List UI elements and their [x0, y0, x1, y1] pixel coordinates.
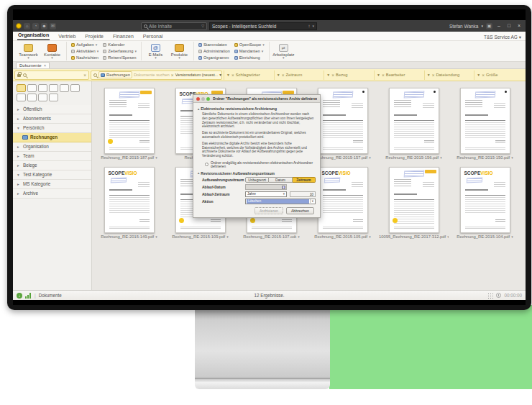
grid-view-icon[interactable] [487, 293, 493, 299]
option-datum[interactable]: Datum [269, 177, 292, 183]
clear-search-icon[interactable]: × [83, 73, 86, 78]
filter-funnel-icon[interactable]: ▽ [201, 24, 204, 28]
document-name[interactable]: Rechnung_RE-2015-105.pdf▾ [314, 235, 370, 239]
close-tab-icon[interactable]: × [44, 63, 47, 69]
abbrechen-button[interactable]: Abbrechen [286, 207, 314, 214]
tree-item-ms-kategorie[interactable]: ▸MS Kategorie [13, 180, 91, 189]
mail-icon[interactable]: ✉ [50, 23, 56, 29]
folder-icon[interactable] [49, 94, 58, 101]
document-thumbnail[interactable]: SCOPEVISIO [104, 167, 155, 233]
section-aufbewahrungszeitraum[interactable]: ▴ Revisionssicherer Aufbewahrungszeitrau… [198, 171, 316, 176]
new-folder-icon[interactable] [17, 84, 26, 92]
openscope-button[interactable]: OpenScope▾ [234, 42, 265, 47]
caret-down-icon[interactable]: ▾ [511, 235, 513, 239]
caret-down-icon[interactable]: ▾ [298, 235, 300, 239]
document-name[interactable]: Rechnung_RE-2015-109.pdf▾ [172, 235, 228, 239]
user-menu[interactable]: Stefan Wanka [449, 24, 479, 29]
caret-down-icon[interactable]: ▾ [312, 24, 314, 28]
document-thumbnail[interactable]: SCOPEVISIO [318, 167, 368, 233]
caret-down-icon[interactable]: ▾ [369, 155, 371, 160]
global-search-input[interactable]: Alle Inhalte ▽ [141, 22, 207, 30]
clock-icon[interactable]: ◔ [32, 23, 39, 29]
document-thumbnail[interactable] [460, 88, 510, 154]
document-thumbnail[interactable] [389, 88, 439, 154]
dialog-minimize-icon[interactable] [201, 97, 205, 101]
window-menu-icon[interactable]: ▣ [486, 23, 492, 29]
quick-search-input[interactable]: × [14, 70, 89, 80]
tab-personal[interactable]: Personal [142, 33, 164, 40]
caret-down-icon[interactable]: ▾ [369, 235, 371, 239]
caret-down-icon[interactable]: ▾ [226, 235, 229, 239]
filter-bearbeiter[interactable]: ▼×Bearbeiter [374, 70, 424, 80]
tab-vertrieb[interactable]: Vertrieb [58, 33, 76, 40]
caret-down-icon[interactable]: ▾ [310, 199, 315, 203]
kontakte-button[interactable]: Kontakte▾ [40, 42, 64, 60]
document-name[interactable]: Rechnung_RE-2015-157.pdf▾ [314, 155, 370, 160]
scopevisio-logo-icon[interactable] [16, 23, 22, 29]
clear-sort-icon[interactable]: × [171, 73, 174, 78]
clear-filter-icon[interactable]: × [432, 73, 435, 78]
filter-zeitraum[interactable]: ▼×Zeitraum [274, 70, 324, 80]
folder-filter-chip[interactable]: Rechnungen [98, 71, 132, 78]
upload-icon[interactable] [38, 84, 47, 92]
period-unit-select[interactable]: Jahre▾ [245, 191, 287, 197]
reisen-spesen-button[interactable]: Reisen/Spesen [103, 55, 137, 60]
organigramm-button[interactable]: Organigramm [198, 55, 230, 60]
refresh-icon[interactable] [27, 84, 37, 92]
clear-filter-icon[interactable]: × [482, 73, 485, 78]
document-item[interactable]: SCOPEVISIO Rechnung_RE-2015-104.pdf▾ [449, 167, 520, 246]
checkbox[interactable] [205, 163, 208, 166]
sort-selector[interactable]: × Versionsdatum (neuest... ▾ [171, 73, 221, 78]
maximize-button[interactable]: □ [505, 22, 513, 29]
option-zeitraum[interactable]: Zeitraum [293, 177, 316, 183]
document-name[interactable]: Rechnung_RE-2015-107.odt▾ [243, 235, 299, 239]
stammdaten-button[interactable]: Stammdaten [198, 42, 230, 47]
document-thumbnail[interactable] [104, 88, 155, 154]
document-name[interactable]: Rechnung_RE-2015-150.pdf▾ [457, 155, 513, 160]
tree-item-belege[interactable]: ▸Belege [13, 161, 91, 170]
einrichtung-button[interactable]: Einrichtung [234, 55, 265, 60]
zeiterfassung-button[interactable]: Zeiterfassung▾ [103, 48, 137, 54]
document-name[interactable]: Rechnung_RE-2015-149.pdf▾ [101, 235, 157, 239]
updown-icon[interactable]: ↕ [308, 24, 310, 28]
confirm-checkbox-row[interactable]: Ordner endgültig als revisionssicheren e… [205, 161, 316, 168]
clear-filter-icon[interactable]: × [331, 73, 334, 78]
company-selector[interactable]: T&S Service AG ▾ [484, 35, 521, 40]
folder-icon[interactable] [38, 94, 47, 101]
tree-item-rechnungen[interactable]: Rechnungen [13, 133, 91, 142]
produkte-button[interactable]: Produkte▾ [168, 42, 191, 60]
filter-schlagwoerter[interactable]: ▼×Schlagwörter [224, 70, 274, 80]
tab-projekte[interactable]: Projekte [84, 33, 104, 40]
close-button[interactable]: × [515, 22, 523, 29]
action-select[interactable]: Löschen ▾ [245, 199, 316, 204]
user-menu-caret-icon[interactable]: ▾ [481, 24, 483, 28]
document-name[interactable]: 10095_Rechnung_RE-2017-312.pdf▾ [379, 235, 449, 239]
tree-item-persoenlich[interactable]: ▾Persönlich [13, 124, 91, 133]
section-archivierung[interactable]: ▴ Elektronische revisionssichere Archivi… [198, 106, 316, 111]
clear-filter-icon[interactable]: × [282, 73, 285, 78]
download-icon[interactable] [49, 84, 58, 92]
clear-filter-icon[interactable]: × [231, 73, 234, 78]
smart-search-field[interactable]: Scopes - Intelligentes Suchfeld ↕ ▾ [209, 22, 317, 30]
document-thumbnail[interactable] [389, 167, 439, 233]
tab-organisation[interactable]: Organisation [17, 32, 50, 40]
clear-filter-icon[interactable]: × [382, 73, 385, 78]
tree-item-team[interactable]: ▸Team [13, 152, 91, 161]
folder-icon[interactable] [27, 94, 37, 101]
download-status-icon[interactable]: ↓ [17, 293, 22, 299]
tree-item-abonnements[interactable]: ▸Abonnements [13, 114, 91, 124]
filter-dateiendung[interactable]: ▼×Dateiendung [424, 70, 474, 80]
tab-dokumente[interactable]: Dokumente × [16, 62, 50, 68]
document-thumbnail[interactable] [318, 88, 368, 154]
caret-down-icon[interactable]: ▾ [447, 235, 449, 239]
user-icon[interactable]: ☻ [41, 23, 47, 29]
document-item[interactable]: Rechnung_RE-2015-150.pdf▾ [449, 88, 520, 167]
document-name[interactable]: Rechnung_RE-2015-156.pdf▾ [385, 155, 441, 160]
tree-item-organisation[interactable]: ▸Organisation [13, 142, 91, 152]
archivieren-button[interactable]: Archivieren [254, 207, 283, 214]
chart-icon[interactable] [25, 293, 32, 299]
caret-down-icon[interactable]: ▾ [440, 155, 442, 160]
tree-item-oeffentlich[interactable]: ▸Öffentlich [13, 105, 91, 114]
tree-item-archive[interactable]: ▸Archive [13, 189, 91, 199]
period-value-input[interactable]: 10 [290, 191, 316, 197]
